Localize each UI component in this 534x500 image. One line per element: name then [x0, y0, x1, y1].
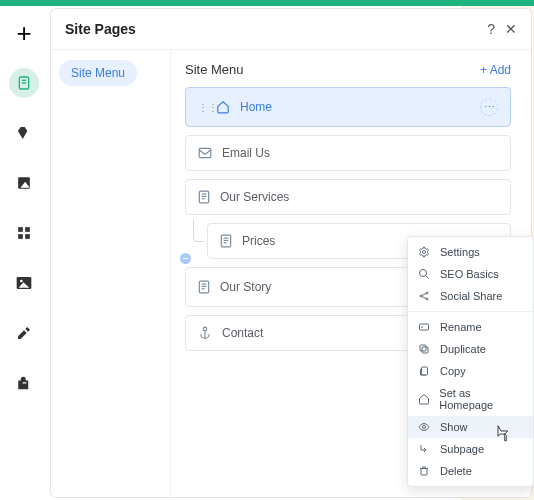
share-icon [418, 290, 432, 302]
menu-copy[interactable]: Copy [408, 360, 533, 382]
add-page-link[interactable]: Add [480, 63, 511, 77]
menu-label: Delete [440, 465, 472, 477]
left-rail: + [0, 6, 48, 500]
mail-icon [198, 147, 212, 159]
menu-label: Social Share [440, 290, 502, 302]
menu-label: Rename [440, 321, 482, 333]
page-label: Email Us [222, 146, 498, 160]
svg-point-33 [420, 295, 422, 297]
page-item-email[interactable]: Email Us [185, 135, 511, 171]
home-icon [418, 393, 431, 405]
menu-label: Copy [440, 365, 466, 377]
menu-label: SEO Basics [440, 268, 499, 280]
svg-rect-7 [18, 234, 23, 239]
blog-rail-button[interactable] [9, 318, 39, 348]
page-icon [198, 280, 210, 294]
svg-line-32 [426, 276, 429, 279]
svg-point-30 [423, 251, 426, 254]
media-rail-button[interactable] [9, 168, 39, 198]
page-label: Home [240, 100, 470, 114]
svg-point-28 [203, 327, 207, 331]
menu-settings[interactable]: Settings [408, 241, 533, 263]
pages-rail-button[interactable] [9, 68, 39, 98]
svg-rect-41 [420, 345, 426, 351]
page-item-home[interactable]: ⋮⋮ Home ⋯ [185, 87, 511, 127]
close-icon[interactable]: ✕ [505, 21, 517, 37]
page-actions-button[interactable]: ⋯ [480, 98, 498, 116]
svg-point-10 [20, 280, 23, 283]
svg-point-43 [423, 426, 426, 429]
menu-delete[interactable]: Delete [408, 460, 533, 482]
store-rail-button[interactable] [9, 368, 39, 398]
page-icon [198, 190, 210, 204]
eye-icon [418, 421, 432, 433]
add-button[interactable]: + [9, 18, 39, 48]
search-icon [418, 268, 432, 280]
menu-seo[interactable]: SEO Basics [408, 263, 533, 285]
panel-sidebar: Site Menu [51, 50, 171, 497]
menu-label: Duplicate [440, 343, 486, 355]
menu-homepage[interactable]: Set as Homepage [408, 382, 533, 416]
image-rail-button[interactable] [9, 268, 39, 298]
svg-rect-8 [25, 234, 30, 239]
svg-line-37 [422, 297, 426, 299]
svg-rect-40 [422, 347, 428, 353]
design-rail-button[interactable] [9, 118, 39, 148]
menu-label: Set as Homepage [439, 387, 523, 411]
trash-icon [418, 465, 432, 477]
menu-separator [408, 311, 533, 312]
menu-duplicate[interactable]: Duplicate [408, 338, 533, 360]
svg-rect-5 [18, 227, 23, 232]
menu-label: Show [440, 421, 468, 433]
anchor-icon [198, 326, 212, 340]
svg-rect-6 [25, 227, 30, 232]
rename-icon [418, 321, 432, 333]
menu-rename[interactable]: Rename [408, 316, 533, 338]
subpage-icon [418, 443, 432, 455]
panel-title: Site Pages [65, 21, 477, 37]
home-icon [216, 100, 230, 114]
svg-rect-42 [422, 367, 428, 375]
drag-handle-icon[interactable]: ⋮⋮ [198, 102, 206, 113]
svg-point-31 [420, 270, 427, 277]
gear-icon [418, 246, 432, 258]
svg-point-34 [426, 292, 428, 294]
menu-label: Settings [440, 246, 480, 258]
svg-rect-38 [420, 324, 429, 330]
site-menu-chip[interactable]: Site Menu [59, 60, 137, 86]
copy-icon [418, 365, 432, 377]
svg-point-35 [426, 298, 428, 300]
menu-title: Site Menu [185, 62, 244, 77]
svg-line-36 [422, 294, 426, 296]
menu-show[interactable]: Show [408, 416, 533, 438]
menu-label: Subpage [440, 443, 484, 455]
help-icon[interactable]: ? [487, 21, 495, 37]
main-header: Site Menu Add [185, 62, 511, 77]
svg-rect-44 [421, 469, 427, 476]
svg-rect-13 [199, 148, 211, 157]
page-icon [220, 234, 232, 248]
duplicate-icon [418, 343, 432, 355]
menu-subpage[interactable]: Subpage [408, 438, 533, 460]
panel-header: Site Pages ? ✕ [51, 9, 531, 50]
svg-rect-12 [22, 382, 26, 383]
apps-rail-button[interactable] [9, 218, 39, 248]
menu-social[interactable]: Social Share [408, 285, 533, 307]
page-label: Our Services [220, 190, 498, 204]
page-context-menu: Settings SEO Basics Social Share Rename … [407, 236, 534, 487]
collapse-toggle[interactable] [180, 253, 191, 264]
page-item-services[interactable]: Our Services [185, 179, 511, 215]
